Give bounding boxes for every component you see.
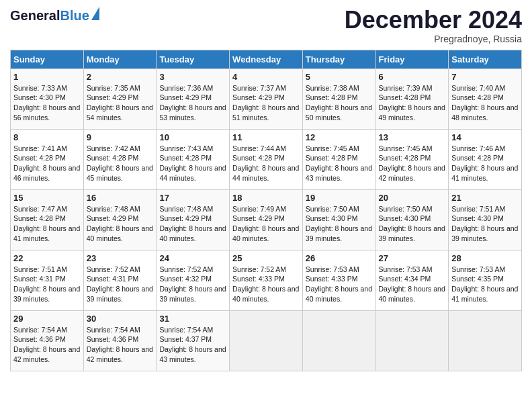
day-number: 9 [87, 132, 154, 142]
daylight-text: Daylight: 8 hours and 39 minutes. [87, 285, 153, 303]
calendar-cell: 29Sunrise: 7:54 AMSunset: 4:36 PMDayligh… [11, 310, 84, 371]
sunset-text: Sunset: 4:28 PM [159, 154, 212, 162]
day-info: Sunrise: 7:35 AMSunset: 4:29 PMDaylight:… [87, 83, 154, 123]
sunrise-text: Sunrise: 7:45 AM [306, 144, 359, 152]
daylight-text: Daylight: 8 hours and 48 minutes. [451, 103, 518, 122]
calendar-header-thursday: Thursday [302, 50, 375, 68]
sunrise-text: Sunrise: 7:40 AM [451, 84, 505, 92]
sunset-text: Sunset: 4:30 PM [451, 214, 504, 222]
daylight-text: Daylight: 8 hours and 39 minutes. [379, 224, 445, 242]
daylight-text: Daylight: 8 hours and 40 minutes. [306, 285, 372, 303]
calendar-cell: 14Sunrise: 7:46 AMSunset: 4:28 PMDayligh… [449, 129, 522, 189]
calendar-cell: 22Sunrise: 7:51 AMSunset: 4:31 PMDayligh… [11, 250, 84, 310]
daylight-text: Daylight: 8 hours and 53 minutes. [159, 103, 226, 122]
sunrise-text: Sunrise: 7:42 AM [87, 144, 140, 152]
sunset-text: Sunset: 4:28 PM [451, 93, 504, 101]
sunset-text: Sunset: 4:31 PM [13, 275, 66, 283]
sunrise-text: Sunrise: 7:41 AM [13, 144, 67, 152]
daylight-text: Daylight: 8 hours and 50 minutes. [306, 103, 372, 122]
day-info: Sunrise: 7:44 AMSunset: 4:28 PMDaylight:… [232, 144, 300, 183]
sunrise-text: Sunrise: 7:54 AM [13, 326, 67, 334]
sunrise-text: Sunrise: 7:53 AM [451, 265, 505, 273]
sunrise-text: Sunrise: 7:33 AM [13, 84, 67, 92]
logo-general-text: General [10, 8, 60, 24]
day-info: Sunrise: 7:45 AMSunset: 4:28 PMDaylight:… [379, 144, 446, 183]
day-info: Sunrise: 7:41 AMSunset: 4:28 PMDaylight:… [13, 144, 81, 183]
day-number: 8 [13, 132, 81, 142]
sunset-text: Sunset: 4:32 PM [159, 275, 212, 283]
day-number: 23 [87, 253, 154, 263]
day-number: 29 [13, 314, 81, 324]
sunset-text: Sunset: 4:28 PM [379, 93, 431, 101]
sunrise-text: Sunrise: 7:45 AM [379, 144, 433, 152]
day-number: 26 [306, 253, 373, 263]
day-number: 14 [451, 132, 519, 142]
month-title: December 2024 [345, 7, 522, 34]
sunset-text: Sunset: 4:29 PM [232, 214, 285, 222]
calendar-table: SundayMondayTuesdayWednesdayThursdayFrid… [10, 50, 522, 371]
day-info: Sunrise: 7:52 AMSunset: 4:33 PMDaylight:… [232, 265, 300, 304]
sunset-text: Sunset: 4:30 PM [379, 214, 431, 222]
sunset-text: Sunset: 4:29 PM [232, 93, 285, 101]
calendar-cell: 27Sunrise: 7:53 AMSunset: 4:34 PMDayligh… [375, 250, 449, 310]
logo-triangle-icon [91, 7, 99, 20]
calendar-cell: 6Sunrise: 7:39 AMSunset: 4:28 PMDaylight… [375, 68, 449, 129]
day-number: 5 [306, 72, 373, 82]
daylight-text: Daylight: 8 hours and 41 minutes. [451, 285, 518, 303]
sunrise-text: Sunrise: 7:36 AM [159, 84, 213, 92]
day-info: Sunrise: 7:42 AMSunset: 4:28 PMDaylight:… [87, 144, 154, 183]
sunset-text: Sunset: 4:37 PM [159, 335, 212, 343]
day-info: Sunrise: 7:54 AMSunset: 4:37 PMDaylight:… [159, 325, 226, 365]
calendar-week-row: 8Sunrise: 7:41 AMSunset: 4:28 PMDaylight… [11, 129, 522, 189]
day-info: Sunrise: 7:51 AMSunset: 4:30 PMDaylight:… [451, 204, 519, 244]
calendar-cell: 24Sunrise: 7:52 AMSunset: 4:32 PMDayligh… [157, 250, 230, 310]
calendar-cell: 16Sunrise: 7:48 AMSunset: 4:29 PMDayligh… [83, 189, 157, 250]
day-info: Sunrise: 7:54 AMSunset: 4:36 PMDaylight:… [13, 325, 81, 365]
sunrise-text: Sunrise: 7:46 AM [451, 144, 505, 152]
sunset-text: Sunset: 4:28 PM [13, 214, 66, 222]
day-number: 21 [451, 193, 519, 203]
logo-blue-text: Blue [60, 8, 89, 24]
calendar-cell: 31Sunrise: 7:54 AMSunset: 4:37 PMDayligh… [157, 310, 230, 371]
day-info: Sunrise: 7:39 AMSunset: 4:28 PMDaylight:… [379, 83, 446, 123]
calendar-header-friday: Friday [375, 50, 449, 68]
calendar-cell: 12Sunrise: 7:45 AMSunset: 4:28 PMDayligh… [302, 129, 375, 189]
daylight-text: Daylight: 8 hours and 40 minutes. [232, 285, 299, 303]
calendar-cell: 18Sunrise: 7:49 AMSunset: 4:29 PMDayligh… [230, 189, 303, 250]
sunrise-text: Sunrise: 7:52 AM [87, 265, 140, 273]
daylight-text: Daylight: 8 hours and 46 minutes. [13, 164, 80, 182]
sunrise-text: Sunrise: 7:37 AM [232, 84, 286, 92]
sunrise-text: Sunrise: 7:47 AM [13, 205, 67, 213]
day-info: Sunrise: 7:49 AMSunset: 4:29 PMDaylight:… [232, 204, 300, 244]
daylight-text: Daylight: 8 hours and 43 minutes. [159, 345, 226, 363]
sunset-text: Sunset: 4:29 PM [87, 214, 139, 222]
sunrise-text: Sunrise: 7:35 AM [87, 84, 140, 92]
day-info: Sunrise: 7:36 AMSunset: 4:29 PMDaylight:… [159, 83, 226, 123]
daylight-text: Daylight: 8 hours and 39 minutes. [159, 285, 226, 303]
daylight-text: Daylight: 8 hours and 39 minutes. [306, 224, 372, 242]
daylight-text: Daylight: 8 hours and 44 minutes. [232, 164, 299, 182]
daylight-text: Daylight: 8 hours and 40 minutes. [159, 224, 226, 242]
daylight-text: Daylight: 8 hours and 39 minutes. [451, 224, 518, 242]
day-number: 19 [306, 193, 373, 203]
calendar-cell [230, 310, 303, 371]
calendar-cell: 21Sunrise: 7:51 AMSunset: 4:30 PMDayligh… [449, 189, 522, 250]
calendar-cell: 10Sunrise: 7:43 AMSunset: 4:28 PMDayligh… [157, 129, 230, 189]
daylight-text: Daylight: 8 hours and 42 minutes. [13, 345, 80, 363]
daylight-text: Daylight: 8 hours and 45 minutes. [87, 164, 153, 182]
calendar-cell: 23Sunrise: 7:52 AMSunset: 4:31 PMDayligh… [83, 250, 157, 310]
sunset-text: Sunset: 4:28 PM [451, 154, 504, 162]
sunrise-text: Sunrise: 7:51 AM [451, 205, 505, 213]
sunset-text: Sunset: 4:29 PM [159, 214, 212, 222]
sunset-text: Sunset: 4:36 PM [13, 335, 66, 343]
day-info: Sunrise: 7:38 AMSunset: 4:28 PMDaylight:… [306, 83, 373, 123]
calendar-week-row: 29Sunrise: 7:54 AMSunset: 4:36 PMDayligh… [11, 310, 522, 371]
day-info: Sunrise: 7:33 AMSunset: 4:30 PMDaylight:… [13, 83, 81, 123]
calendar-week-row: 15Sunrise: 7:47 AMSunset: 4:28 PMDayligh… [11, 189, 522, 250]
sunrise-text: Sunrise: 7:52 AM [232, 265, 286, 273]
day-number: 15 [13, 193, 81, 203]
day-number: 4 [232, 72, 300, 82]
sunset-text: Sunset: 4:28 PM [13, 154, 66, 162]
calendar-cell: 19Sunrise: 7:50 AMSunset: 4:30 PMDayligh… [302, 189, 375, 250]
calendar-cell: 5Sunrise: 7:38 AMSunset: 4:28 PMDaylight… [302, 68, 375, 129]
